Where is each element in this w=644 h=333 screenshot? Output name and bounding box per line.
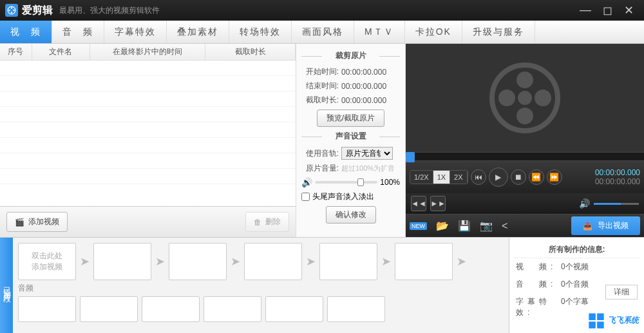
export-label: 导出视频 (598, 220, 629, 231)
minimize-button[interactable]: — (580, 3, 591, 17)
save-icon[interactable]: 💾 (458, 220, 471, 232)
timeline: 双击此处 添加视频 ➤ ➤ ➤ ➤ ➤ ➤ 音频 (13, 238, 509, 333)
open-folder-icon[interactable]: 📂 (436, 220, 449, 232)
step-fwd-button[interactable]: ⏩ (547, 169, 562, 185)
arrow-icon: ➤ (457, 254, 466, 269)
trim-section-title: 裁剪原片 (301, 50, 400, 61)
prev-clip-button[interactable]: ◄◄ (411, 196, 426, 211)
svg-rect-7 (589, 321, 596, 328)
speed-1x[interactable]: 1X (433, 171, 450, 184)
next-clip-button[interactable]: ►► (430, 196, 446, 211)
clip-slot[interactable] (169, 243, 227, 280)
arrow-icon: ➤ (80, 254, 90, 269)
step-back-button[interactable]: ⏪ (529, 169, 544, 185)
arrow-icon: ➤ (381, 254, 391, 269)
clip-grid[interactable] (0, 61, 296, 206)
sound-section-title: 声音设置 (301, 131, 400, 142)
audio-slot[interactable] (142, 296, 200, 322)
svg-point-1 (11, 7, 12, 8)
play-button[interactable]: ▶ (489, 167, 508, 187)
volume-slider[interactable] (315, 181, 377, 184)
settings-panel: 裁剪原片 开始时间:00:00:00.000 结束时间:00:00:00.000… (296, 44, 406, 237)
audio-slot[interactable] (18, 296, 76, 322)
prev-frame-button[interactable]: ⏮ (471, 169, 486, 185)
player-speaker-icon: 🔊 (579, 198, 590, 209)
svg-rect-8 (597, 321, 604, 328)
titlebar: 爱剪辑 最易用、强大的视频剪辑软件 — ◻ ✕ (0, 0, 644, 21)
clip-slot[interactable] (319, 243, 377, 280)
tab-overlay[interactable]: 叠加素材 (167, 21, 229, 43)
col-time: 在最终影片中的时间 (90, 44, 206, 60)
start-time-value[interactable]: 00:00:00.000 (341, 68, 386, 77)
info-subtitle-value: 0个字幕 (561, 296, 589, 318)
app-subtitle: 最易用、强大的视频剪辑软件 (59, 5, 160, 16)
info-video-label: 视 频: (516, 262, 561, 272)
film-icon: 🎬 (15, 218, 24, 227)
fade-checkbox[interactable]: 头尾声音淡入淡出 (301, 191, 400, 202)
audio-track-select[interactable]: 原片无音轨 (341, 147, 393, 160)
col-duration: 截取时长 (205, 44, 296, 60)
tab-video[interactable]: 视 频 (0, 21, 52, 43)
added-clips-tab[interactable]: 已添加片段 (0, 238, 13, 333)
new-badge-icon[interactable]: NEW (410, 222, 427, 230)
info-title: 所有制作的信息: (513, 242, 640, 258)
clip-slot[interactable] (244, 243, 302, 280)
trash-icon: 🗑 (254, 218, 261, 227)
player-panel: 1/2X 1X 2X ⏮ ▶ ⏹ ⏪ ⏩ 00:00:00.000 00:00:… (406, 44, 644, 237)
audio-slot[interactable] (204, 296, 261, 322)
add-clip-placeholder[interactable]: 双击此处 添加视频 (18, 243, 76, 280)
arrow-icon: ➤ (306, 254, 316, 269)
tab-audio[interactable]: 音 频 (52, 21, 104, 43)
snapshot-icon[interactable]: 📷 (480, 220, 493, 232)
tab-subtitle[interactable]: 字幕特效 (104, 21, 167, 43)
track-label: 使用音轨: (301, 148, 339, 159)
clip-slot[interactable] (395, 243, 453, 280)
speed-half[interactable]: 1/2X (410, 171, 433, 184)
tab-transition[interactable]: 转场特效 (229, 21, 292, 43)
delete-label: 删除 (265, 216, 281, 227)
tab-style[interactable]: 画面风格 (292, 21, 354, 43)
audio-track-label: 音频 (18, 283, 504, 294)
tab-upgrade[interactable]: 升级与服务 (462, 21, 535, 43)
col-filename: 文件名 (32, 44, 90, 60)
arrow-icon: ➤ (155, 254, 165, 269)
player-volume-slider[interactable] (594, 203, 639, 205)
info-video-value: 0个视频 (561, 262, 589, 272)
volume-hint: 超过100%为扩音 (341, 164, 395, 173)
share-icon[interactable]: < (502, 220, 507, 232)
progress-bar[interactable] (406, 152, 644, 161)
svg-rect-5 (589, 314, 596, 321)
maximize-button[interactable]: ◻ (603, 3, 612, 17)
volume-label: 原片音量: (301, 163, 339, 174)
svg-point-3 (8, 10, 10, 11)
audio-slot[interactable] (327, 296, 385, 322)
export-icon: 📤 (583, 222, 592, 231)
tab-karaoke[interactable]: 卡拉OK (405, 21, 462, 43)
close-button[interactable]: ✕ (624, 3, 634, 17)
video-preview[interactable] (406, 44, 644, 152)
audio-slot[interactable] (265, 296, 323, 322)
speed-2x[interactable]: 2X (450, 171, 467, 184)
tab-mtv[interactable]: MＴＶ (354, 21, 405, 43)
detail-button[interactable]: 详细 (605, 285, 638, 300)
film-reel-icon (489, 62, 560, 133)
speaker-icon: 🔊 (301, 177, 312, 187)
clip-slot[interactable] (93, 243, 151, 280)
svg-rect-6 (597, 314, 604, 321)
volume-value: 100% (380, 178, 400, 187)
delete-button[interactable]: 🗑 删除 (245, 212, 289, 232)
end-time-value[interactable]: 00:00:00.000 (341, 82, 386, 91)
add-video-label: 添加视频 (28, 216, 59, 227)
time-display: 00:00:00.000 00:00:00.000 (595, 168, 640, 186)
preview-trim-button[interactable]: 预览/截取原片 (317, 109, 384, 127)
confirm-button[interactable]: 确认修改 (326, 206, 376, 224)
svg-point-2 (11, 12, 12, 13)
audio-slot[interactable] (80, 296, 138, 322)
start-time-label: 开始时间: (301, 66, 339, 77)
arrow-icon: ➤ (231, 254, 240, 269)
export-video-button[interactable]: 📤 导出视频 (571, 216, 640, 235)
stop-button[interactable]: ⏹ (511, 169, 526, 185)
fade-label: 头尾声音淡入淡出 (312, 191, 374, 202)
end-time-label: 结束时间: (301, 81, 339, 91)
add-video-button[interactable]: 🎬 添加视频 (6, 212, 68, 232)
